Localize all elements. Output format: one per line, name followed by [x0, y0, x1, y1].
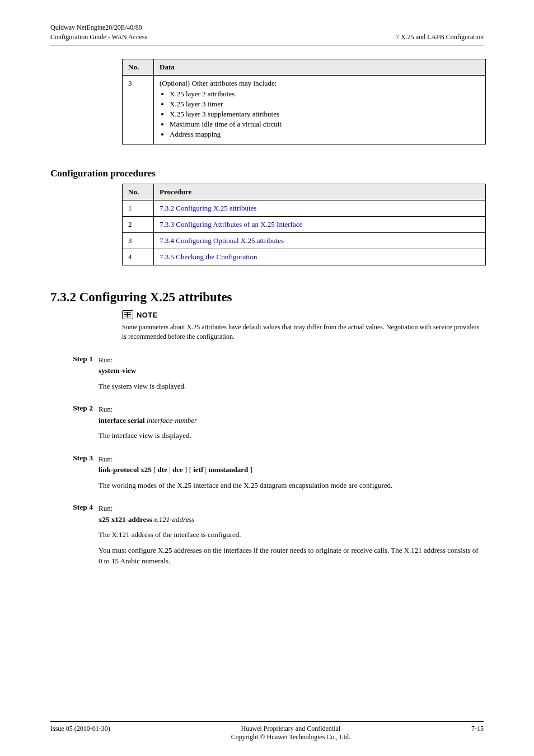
step-body: Run: interface serial interface-number T…: [99, 404, 484, 441]
step-line: Run:: [99, 404, 484, 415]
step-line: Run:: [99, 354, 484, 366]
cell-no: 2: [123, 217, 154, 233]
step-line: The X.121 address of the interface is co…: [99, 529, 484, 540]
list-item: Maximum idle time of a virtual circuit: [170, 120, 480, 129]
section-title: 7.3.2 Configuring X.25 attributes: [50, 290, 484, 305]
cell-procedure: 7.3.2 Configuring X.25 attributes: [154, 200, 486, 217]
cell-procedure: 7.3.4 Configuring Optional X.25 attribut…: [154, 233, 486, 249]
step-line: The working modes of the X.25 interface …: [99, 480, 484, 491]
note-icon: [122, 310, 133, 319]
procedure-table: No. Procedure 1 7.3.2 Configuring X.25 a…: [122, 184, 486, 265]
cell-no: 3: [123, 233, 154, 249]
page-footer: Issue 05 (2010-01-30) Huawei Proprietary…: [50, 721, 484, 741]
step-body: Run: system-view The system view is disp…: [99, 354, 484, 392]
step-block: Step 1 Run: system-view The system view …: [50, 354, 484, 392]
step-line: system-view: [99, 365, 484, 376]
list-item: X.25 layer 3 timer: [170, 100, 480, 109]
footer-center: Huawei Proprietary and Confidential Copy…: [231, 725, 350, 741]
footer-right: 7-15: [471, 725, 484, 741]
header-row-2: Configuration Guide - WAN Access 7 X.25 …: [50, 33, 484, 41]
note-label: NOTE: [137, 311, 158, 319]
header-row: Quidway NetEngine20/20E/40/80: [50, 24, 484, 32]
data-table: No. Data 3 (Optional) Other attributes m…: [122, 59, 486, 144]
list-item: X.25 layer 2 attributes: [170, 90, 480, 99]
table-row: 2 7.3.3 Configuring Attributes of an X.2…: [123, 217, 486, 233]
step-body: Run: link-protocol x25 [ dte | dce ] [ i…: [99, 454, 484, 491]
cell-data: (Optional) Other attributes may include:…: [154, 76, 486, 144]
page-header: Quidway NetEngine20/20E/40/80 Configurat…: [0, 0, 534, 45]
procedure-link[interactable]: 7.3.2 Configuring X.25 attributes: [160, 204, 256, 212]
cell-procedure: 7.3.3 Configuring Attributes of an X.25 …: [154, 217, 486, 233]
config-procedures-heading: Configuration procedures: [50, 168, 484, 179]
header-right-2: 7 X.25 and LAPB Configuration: [396, 33, 484, 41]
table-row: 4 7.3.5 Checking the Configuration: [123, 249, 486, 265]
step-line: x25 x121-address x.121-address: [99, 514, 484, 525]
cell-bullets: X.25 layer 2 attributes X.25 layer 3 tim…: [160, 90, 480, 139]
footer-center-2: Copyright © Huawei Technologies Co., Ltd…: [231, 733, 350, 741]
cell-procedure: 7.3.5 Checking the Configuration: [154, 249, 486, 265]
procedure-link[interactable]: 7.3.5 Checking the Configuration: [160, 253, 257, 261]
step-line: The system view is displayed.: [99, 381, 484, 392]
col-header-no: No.: [123, 184, 154, 200]
step-line: Run:: [99, 454, 484, 465]
procedure-link[interactable]: 7.3.3 Configuring Attributes of an X.25 …: [160, 220, 302, 228]
step-line: link-protocol x25 [ dte | dce ] [ ietf |…: [99, 464, 484, 475]
list-item: Address mapping: [170, 130, 480, 139]
footer-left: Issue 05 (2010-01-30): [50, 725, 110, 741]
step-label: Step 1: [50, 354, 99, 392]
table-row: 1 7.3.2 Configuring X.25 attributes: [123, 200, 486, 217]
procedure-link[interactable]: 7.3.4 Configuring Optional X.25 attribut…: [160, 236, 284, 245]
step-line: You must configure X.25 addresses on the…: [99, 545, 484, 567]
step-body: Run: x25 x121-address x.121-address The …: [99, 503, 484, 567]
note-row: NOTE: [122, 310, 484, 319]
cell-no: 3: [123, 76, 154, 144]
col-header-data: Data: [154, 59, 486, 76]
footer-row: Issue 05 (2010-01-30) Huawei Proprietary…: [50, 725, 484, 741]
step-block: Step 4 Run: x25 x121-address x.121-addre…: [50, 503, 484, 567]
step-line: Run:: [99, 503, 484, 514]
table-row: 3 7.3.4 Configuring Optional X.25 attrib…: [123, 233, 486, 249]
step-label: Step 4: [50, 503, 99, 567]
footer-rule: [50, 721, 484, 722]
step-line: interface serial interface-number: [99, 415, 484, 426]
list-item: X.25 layer 3 supplementary attributes: [170, 110, 480, 119]
footer-center-1: Huawei Proprietary and Confidential: [231, 725, 350, 733]
cell-intro: (Optional) Other attributes may include:: [160, 79, 480, 88]
table-header-row: No. Procedure: [123, 184, 486, 200]
header-left-2: Configuration Guide - WAN Access: [50, 33, 147, 41]
step-block: Step 2 Run: interface serial interface-n…: [50, 404, 484, 441]
step-block: Step 3 Run: link-protocol x25 [ dte | dc…: [50, 454, 484, 491]
step-label: Step 2: [50, 404, 99, 441]
cell-no: 4: [123, 249, 154, 265]
cell-no: 1: [123, 200, 154, 217]
header-left-1: Quidway NetEngine20/20E/40/80: [50, 24, 142, 32]
col-header-no: No.: [123, 59, 154, 76]
step-line: The interface view is displayed.: [99, 430, 484, 441]
col-header-procedure: Procedure: [154, 184, 486, 200]
note-body: Some parameters about X.25 attributes ha…: [122, 323, 484, 342]
table-row: 3 (Optional) Other attributes may includ…: [123, 76, 486, 144]
header-rule: [50, 45, 484, 45]
step-label: Step 3: [50, 454, 99, 491]
table-header-row: No. Data: [123, 59, 486, 76]
